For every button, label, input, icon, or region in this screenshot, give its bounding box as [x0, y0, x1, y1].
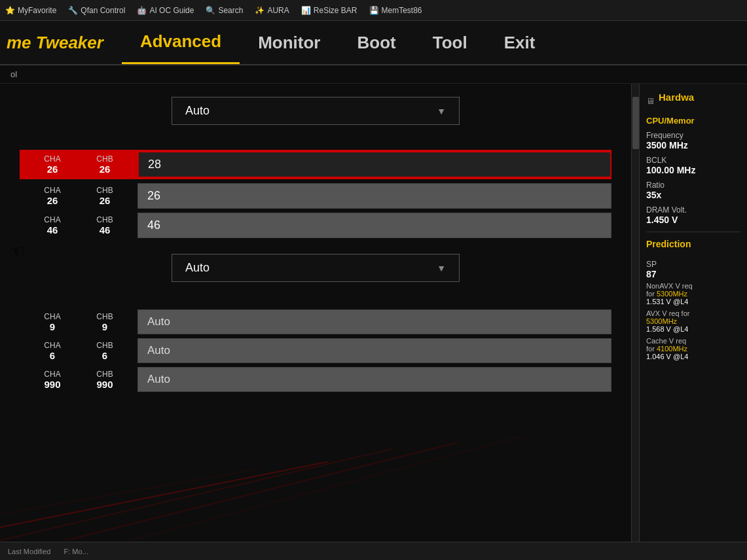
sp-value: 87	[646, 269, 657, 279]
value-field-6[interactable]: Auto	[137, 367, 611, 392]
toolbar-myfavorite[interactable]: ⭐MyFavorite	[5, 6, 56, 15]
svg-line-2	[131, 436, 524, 540]
cha-label-6: CHA 990	[29, 370, 76, 390]
chb-label-1: CHB 26	[81, 154, 128, 175]
hardware-title: Hardwa	[659, 92, 694, 103]
chb-label-5: CHB 6	[81, 341, 128, 361]
avx-entry: AVX V req for 5300MHz 1.568 V @L4	[646, 309, 740, 333]
dropdown2[interactable]: Auto ▼	[172, 254, 460, 282]
nav-tool[interactable]: Tool	[414, 21, 486, 64]
ch-labels-4: CHA 9 CHB 9	[20, 312, 137, 332]
ch-labels-2: CHA 26 CHB 26	[20, 186, 137, 206]
value-field-4[interactable]: Auto	[137, 309, 611, 334]
nonavx-entry: NonAVX V req for 5300MHz 1.531 V @L4	[646, 282, 740, 306]
bclk-value: 100.00 MHz	[646, 165, 740, 175]
toolbar-aioc[interactable]: 🤖AI OC Guide	[137, 6, 194, 15]
value-field-5[interactable]: Auto	[137, 338, 611, 363]
nav-exit[interactable]: Exit	[486, 21, 554, 64]
svg-line-1	[0, 449, 393, 540]
avx-label: AVX V req for	[646, 309, 740, 317]
avx-for: 5300MHz	[646, 317, 677, 325]
nav-monitor[interactable]: Monitor	[240, 21, 338, 64]
svg-line-4	[0, 468, 262, 514]
breadcrumb: ol	[0, 65, 747, 84]
nav-tweaker[interactable]: me Tweaker	[0, 21, 122, 64]
last-modified-label: Last Modified	[8, 548, 50, 555]
channel-row-5: CHA 6 CHB 6 Auto	[20, 338, 611, 363]
toolbar-qfan[interactable]: 🔧Qfan Control	[68, 6, 125, 15]
main-nav: me Tweaker Advanced Monitor Boot Tool Ex…	[0, 21, 747, 65]
dropdown1-arrow-icon: ▼	[437, 106, 446, 116]
nav-boot[interactable]: Boot	[338, 21, 414, 64]
ratio-value: 35x	[646, 190, 740, 200]
dropdown2-arrow-icon: ▼	[437, 263, 446, 273]
chb-label-4: CHB 9	[81, 312, 128, 332]
dropdown1[interactable]: Auto ▼	[172, 97, 460, 125]
cache-entry: Cache V req for 4100MHz 1.046 V @L4	[646, 337, 740, 360]
dram-volt-value: 1.450 V	[646, 215, 740, 225]
cha-label-3: CHA 46	[29, 215, 76, 236]
channel-row-3: CHA 46 CHB 46 46	[20, 213, 611, 238]
top-toolbar: ⭐MyFavorite 🔧Qfan Control 🤖AI OC Guide 🔍…	[0, 0, 747, 21]
frequency-value: 3500 MHz	[646, 140, 740, 150]
channel-row-6: CHA 990 CHB 990 Auto	[20, 367, 611, 392]
value-field-2[interactable]: 26	[137, 183, 611, 209]
toolbar-memtest[interactable]: 💾MemTest86	[369, 6, 422, 15]
cha-label-4: CHA 9	[29, 312, 76, 332]
scrollbar-track[interactable]	[631, 84, 639, 560]
cache-val: 1.046 V @L4	[646, 353, 740, 360]
status-bar: Last Modified F: Mo...	[0, 542, 747, 560]
svg-line-0	[0, 462, 327, 527]
toolbar-resizebar[interactable]: 📊ReSize BAR	[301, 6, 357, 15]
nav-advanced[interactable]: Advanced	[122, 21, 240, 64]
cache-for: 4100MHz	[657, 345, 687, 353]
main-content: ☜ Auto ▼ CHA 26 CHB 26 28	[0, 84, 631, 560]
value-field-3[interactable]: 46	[137, 213, 611, 238]
right-panel: 🖥 Hardwa CPU/Memor Frequency 3500 MHz BC…	[639, 84, 747, 560]
chb-label-2: CHB 26	[81, 186, 128, 206]
layout: ☜ Auto ▼ CHA 26 CHB 26 28	[0, 84, 747, 560]
cha-label-1: CHA 26	[29, 154, 76, 175]
value-field-1[interactable]: 28	[137, 151, 611, 178]
nonavx-val: 1.531 V @L4	[646, 298, 740, 306]
channel-row-2: CHA 26 CHB 26 26	[20, 183, 611, 209]
toolbar-aura[interactable]: ✨AURA	[255, 6, 289, 15]
nonavx-label: NonAVX V req	[646, 282, 740, 290]
nonavx-for: 5300MHz	[657, 290, 687, 298]
scrollbar-thumb[interactable]	[632, 97, 639, 149]
ch-labels-5: CHA 6 CHB 6	[20, 341, 137, 361]
dram-volt-label: DRAM Volt.	[646, 205, 740, 215]
cpu-mem-title: CPU/Memor	[646, 116, 740, 126]
ratio-label: Ratio	[646, 181, 740, 190]
dropdown2-row: Auto ▼	[20, 254, 611, 282]
f-modified-label: F: Mo...	[64, 548, 88, 555]
cache-label: Cache V req	[646, 337, 740, 345]
bg-decoration	[0, 410, 629, 540]
sp-label: SP	[646, 260, 657, 269]
prediction-title: Prediction	[646, 239, 740, 249]
cha-label-2: CHA 26	[29, 186, 76, 206]
channel-row-4: CHA 9 CHB 9 Auto	[20, 309, 611, 334]
ch-labels-1: CHA 26 CHB 26	[20, 154, 137, 175]
divider	[646, 232, 740, 232]
avx-val: 1.568 V @L4	[646, 325, 740, 333]
chb-label-3: CHB 46	[81, 215, 128, 236]
ch-labels-6: CHA 990 CHB 990	[20, 370, 137, 390]
ch-labels-3: CHA 46 CHB 46	[20, 215, 137, 236]
frequency-label: Frequency	[646, 131, 740, 140]
svg-line-3	[65, 442, 458, 540]
cha-label-5: CHA 6	[29, 341, 76, 361]
channel-row-1: CHA 26 CHB 26 28	[20, 150, 611, 179]
chb-label-6: CHB 990	[81, 370, 128, 390]
toolbar-search[interactable]: 🔍Search	[206, 6, 243, 15]
dropdown1-row: Auto ▼	[20, 97, 611, 125]
bclk-label: BCLK	[646, 156, 740, 165]
